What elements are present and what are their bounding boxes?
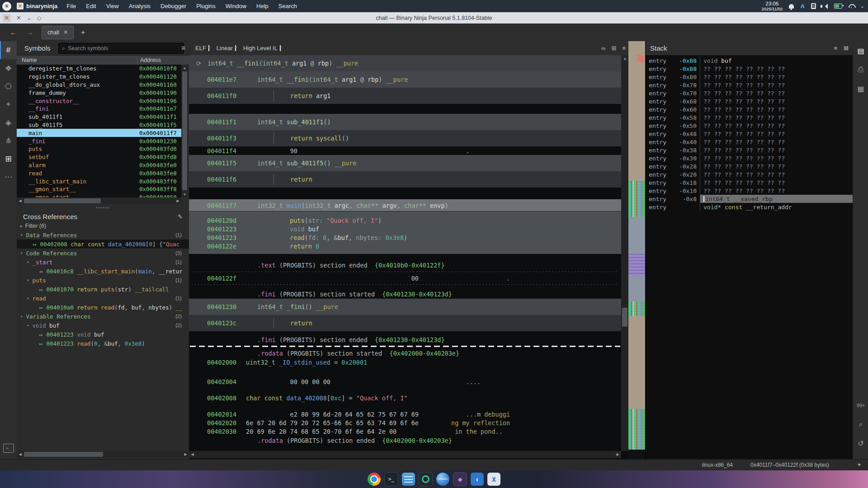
debugger-icon[interactable]: ⌖ — [0, 95, 17, 113]
linear-hscrollbar[interactable]: ◀ ▶ — [189, 451, 621, 458]
symbol-row[interactable]: frame_dummy0x000401190 — [17, 89, 181, 97]
panel-splitter[interactable]: •••••• — [17, 206, 189, 210]
code-line[interactable]: 004011f6return — [189, 171, 621, 188]
nav-back-icon[interactable]: ← — [10, 28, 17, 36]
code-line[interactable]: 004020206e 67 20 6d 79 20 72 65-66 6c 65… — [189, 418, 621, 427]
new-tab-button[interactable]: + — [81, 28, 85, 37]
feature-map[interactable] — [628, 41, 645, 450]
history-icon[interactable]: ↺ — [853, 434, 868, 453]
symbols-column-header[interactable]: Name Address — [17, 55, 189, 66]
more-icon[interactable]: ⋯ — [0, 168, 17, 186]
code-line[interactable]: 00401223void buf — [189, 225, 621, 233]
code-line[interactable]: 0040120dputs(str: "Quack off, I") — [189, 216, 621, 225]
battery-icon[interactable] — [834, 4, 842, 9]
code-line[interactable]: 00402000uint32_t _IO_stdin_used = 0x2000… — [189, 358, 621, 366]
xref-group[interactable]: ▾read{1} — [17, 294, 189, 303]
file-manager-icon[interactable] — [402, 473, 415, 486]
menu-edit[interactable]: Edit — [86, 3, 96, 9]
format-dropdown[interactable]: ELF▾ — [195, 45, 210, 52]
tray-expand-icon[interactable]: ⌄ — [860, 3, 864, 9]
code-line[interactable]: 004011f7int32_t main(int32_t argc, char*… — [189, 199, 621, 211]
stack-view-icon[interactable]: ▤ — [853, 41, 868, 60]
code-line[interactable]: 0040123creturn — [189, 315, 621, 331]
menu-search[interactable]: Search — [278, 3, 297, 9]
tab-chall[interactable]: chall ✕ — [42, 26, 74, 39]
xref-row[interactable]: ↦004010a0 return read(fd, buf, nbytes) _… — [17, 303, 189, 312]
sticky-function-header[interactable]: ⟳ int64_t __fini(int64_t arg1 @ rbp) __p… — [189, 55, 621, 72]
il-dropdown[interactable]: High Level IL▾ — [243, 45, 282, 52]
components-icon[interactable]: ▦ — [853, 79, 868, 98]
symbol-row[interactable]: setbuf0x000403fd8 — [17, 153, 181, 161]
layout-dropdown[interactable]: Linear▾ — [217, 45, 237, 52]
view-menu-icon[interactable]: ≡ — [622, 45, 626, 52]
stack-row[interactable]: entry-0x50?? ?? ?? ?? ?? ?? ?? ?? — [646, 122, 853, 130]
stack-row[interactable]: entry-0x20?? ?? ?? ?? ?? ?? ?? ?? — [646, 170, 853, 178]
stack-close-icon[interactable]: ⊠ — [844, 45, 849, 52]
app-drawer-icon[interactable]: ◆ — [453, 472, 467, 486]
code-line[interactable]: 004011f0return arg1 — [189, 88, 621, 104]
code-line[interactable]: 0040203020 69 6e 20 74 68 65 20-70 6f 6e… — [189, 427, 621, 436]
find-icon[interactable]: ⌕ — [853, 415, 868, 434]
code-line[interactable]: 004011e7int64_t __fini(int64_t arg1 @ rb… — [189, 71, 621, 88]
stack-row[interactable]: entryvoid* const __return_addr — [646, 203, 853, 211]
symbol-search-input[interactable]: ⌕ Search symbols — [58, 43, 184, 54]
menu-plugins[interactable]: Plugins — [196, 3, 216, 9]
symbol-row[interactable]: _fini0x000401230 — [17, 137, 181, 145]
xrefs-filter[interactable]: ▸Filter (6) — [17, 222, 189, 230]
symbol-row[interactable]: __gmon_start__0x000404050 — [17, 193, 181, 197]
code-line[interactable]: 00402004 00 00 00 00 .... — [189, 377, 621, 386]
web-browser-icon[interactable] — [436, 473, 449, 486]
symbol-row[interactable]: __fini0x0004011e7 — [17, 105, 181, 113]
code-line[interactable]: 004011f4 90 . — [189, 146, 621, 155]
xref-row[interactable]: ↦00401223 read(0, &buf, 0x3e8) — [17, 339, 189, 348]
memory-map-icon[interactable]: ◈ — [0, 113, 17, 131]
tab-close-icon[interactable]: ✕ — [64, 29, 68, 35]
stack-row[interactable]: entry-0x78?? ?? ?? ?? ?? ?? ?? ?? — [646, 81, 853, 89]
xref-group[interactable]: ▾void buf{2} — [17, 321, 189, 330]
clipboard-icon[interactable] — [811, 3, 816, 9]
xref-group[interactable]: ▾Variable References{2} — [17, 312, 189, 321]
symbols-hscrollbar[interactable]: ◀ ▶ — [17, 197, 181, 204]
stack-menu-icon[interactable]: ≡ — [834, 45, 838, 52]
screen-recorder-icon[interactable] — [419, 472, 433, 486]
symbol-row[interactable]: __constructor__0x000401196 — [17, 97, 181, 105]
code-line[interactable]: 0040122ereturn 0 — [189, 242, 621, 250]
stack-row[interactable]: entry-0x80?? ?? ?? ?? ?? ?? ?? ?? — [646, 73, 853, 81]
code-line[interactable]: 0040122f 00 . — [189, 274, 621, 282]
code-line[interactable]: 004011f5int64_t sub_4011f5() __pure — [189, 155, 621, 171]
menu-debugger[interactable]: Debugger — [160, 3, 186, 9]
split-view-icon[interactable]: ⊞ — [612, 45, 617, 52]
code-line[interactable]: 004011f3return syscall() — [189, 130, 621, 146]
xref-row[interactable]: ↦00402008 char const data_402008[0] {"Qu… — [17, 239, 189, 249]
stack-row[interactable]: entry-0x48?? ?? ?? ?? ?? ?? ?? ?? — [646, 130, 853, 138]
menu-help[interactable]: Help — [256, 3, 269, 9]
pin-icon[interactable]: ✎ — [178, 213, 183, 220]
refresh-icon[interactable]: ⟳ — [196, 60, 201, 67]
xterm-icon[interactable]: X — [487, 473, 500, 486]
stack-row[interactable]: entry-0x30?? ?? ?? ?? ?? ?? ?? ?? — [646, 154, 853, 162]
xref-group[interactable]: ▾Data References{1} — [17, 230, 189, 239]
symbol-row[interactable]: deregister_tm_clones0x0004010f0 — [17, 65, 181, 73]
vscode-icon[interactable]: ‹ — [471, 473, 484, 486]
menu-file[interactable]: File — [66, 3, 76, 9]
tags-icon[interactable]: ⎔ — [0, 77, 17, 95]
sidebar-hscrollbar[interactable]: ◀ ▶ — [17, 451, 189, 458]
symbol-row[interactable]: register_tm_clones0x000401120 — [17, 73, 181, 81]
symbol-row[interactable]: __gmon_start__0x000403ff8 — [17, 185, 181, 193]
stack-row[interactable]: entry-0x8int64_t __saved_rbp — [646, 195, 853, 203]
symbol-row[interactable]: alarm0x000403fe0 — [17, 161, 181, 169]
print-icon[interactable]: ⎙ — [853, 60, 868, 79]
tag-badge[interactable]: 99+ — [853, 396, 868, 415]
chrome-icon[interactable] — [368, 473, 381, 486]
xref-row[interactable]: ↦00401223 void buf — [17, 330, 189, 339]
menu-analysis[interactable]: Analysis — [129, 3, 151, 9]
xref-row[interactable]: ↤004010c8 __libc_start_main(main, __retu… — [17, 267, 189, 276]
stack-row[interactable]: entry-0x60?? ?? ?? ?? ?? ?? ?? ?? — [646, 105, 853, 113]
xref-group[interactable]: ▾Code References{3} — [17, 249, 189, 258]
code-line[interactable]: 004011f1int64_t sub_4011f1() — [189, 114, 621, 130]
code-line[interactable]: 00401223read(fd: 0, &buf, nbytes: 0x3e8) — [189, 233, 621, 242]
stack-row[interactable]: entry-0x28?? ?? ?? ?? ?? ?? ?? ?? — [646, 162, 853, 170]
stack-row[interactable]: entry-0x70?? ?? ?? ?? ?? ?? ?? ?? — [646, 89, 853, 97]
volume-icon[interactable] — [822, 4, 828, 9]
stack-row[interactable]: entry-0x88?? ?? ?? ?? ?? ?? ?? ?? — [646, 65, 853, 73]
